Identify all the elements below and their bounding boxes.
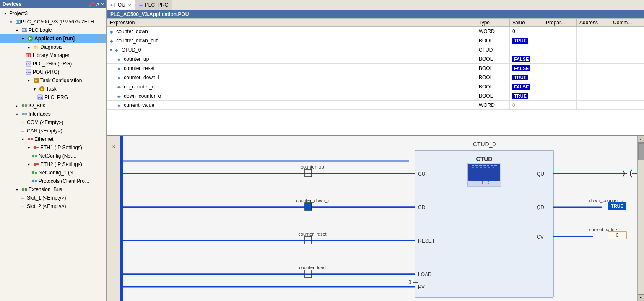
vertical-scrollbar[interactable]: ▲ ▼ [637, 136, 644, 301]
sidebar: Devices 📌 ⇗ ✕ ▾ Project3 ▾ PLC_AC500_V3 … [0, 0, 107, 301]
scroll-down-btn[interactable]: ▼ [638, 294, 644, 301]
scroll-thumb[interactable] [638, 143, 644, 160]
tree-item-task[interactable]: ▾ Task [0, 85, 106, 93]
tree-label-ethernet: Ethernet [34, 136, 53, 142]
prg-icon: PRG [25, 60, 32, 67]
svg-rect-64 [472, 167, 474, 168]
tree-item-pou[interactable]: POU POU (PRG) [0, 68, 106, 76]
svg-rect-42 [35, 180, 37, 182]
tab-plc-prg[interactable]: PRG PLC_PRG [135, 0, 172, 10]
sidebar-pin-icon[interactable]: 📌 [89, 2, 94, 7]
col-type: Type [476, 19, 510, 27]
sidebar-title: Devices [3, 1, 21, 7]
svg-text:TRUE: TRUE [611, 203, 623, 208]
tree-item-task-cfg[interactable]: ▾ Task Configuration [0, 76, 106, 85]
expr-name: counter_up [124, 56, 149, 62]
svg-point-37 [34, 163, 36, 166]
tree-item-ext-bus[interactable]: ▾ Extension_Bus [0, 185, 106, 194]
table-row: ◆ counter_down_i BOOL TRUE [107, 73, 644, 82]
netconfig1-icon [31, 169, 38, 176]
expand-plc-logic: ▾ [13, 27, 20, 34]
expr-name: counter_down_out [116, 38, 158, 44]
expr-name: CTUD_0 [122, 47, 141, 53]
tree-item-interfaces[interactable]: ▾ Interfaces [0, 110, 106, 118]
task-cfg-icon [33, 77, 39, 84]
tree-item-ethernet[interactable]: ▾ Ethernet [0, 135, 106, 143]
eth1-icon [33, 144, 39, 151]
tree-item-plc[interactable]: ▾ PLC_AC500_V3 (PM5675-2ETH [0, 18, 106, 26]
svg-text:PLC: PLC [22, 29, 27, 32]
tree-item-protocols[interactable]: Protocols (Client Pro… [0, 177, 106, 185]
table-row: ◆ counter_down WORD 0 [107, 27, 644, 36]
table-row: ◆ counter_reset BOOL FALSE [107, 64, 644, 73]
plc-prg-tab-icon: PRG [138, 3, 143, 8]
svg-text:RESET: RESET [418, 238, 435, 244]
slot2-icon: ↔ [19, 203, 26, 210]
sidebar-float-icon[interactable]: ⇗ [96, 2, 99, 7]
ladder-diagram: 3 CTUD_0 CTUD [107, 136, 644, 301]
tab-bar: + POU ✕ PRG PLC_PRG [107, 0, 644, 10]
tree-label-project: Project3 [9, 10, 28, 16]
tree-label-plc-prg2: PLC_PRG [44, 94, 68, 100]
expand-ctud-btn[interactable]: ▾ [110, 48, 112, 52]
tree-item-slot2[interactable]: ↔ Slot_2 (<Empty>) [0, 202, 106, 210]
tree-label-io-bus: IO_Bus [29, 103, 45, 109]
tree-item-diagnosis[interactable]: ▸ 📁 Diagnosis [0, 43, 106, 51]
expand-io: ▸ [13, 102, 20, 109]
tree-item-library[interactable]: Library Manager [0, 51, 106, 60]
tree-label-netconfig: NetConfig (Net… [39, 153, 77, 159]
table-row: ◆ up_counter_o BOOL FALSE [107, 82, 644, 91]
pou-tab-close[interactable]: ✕ [128, 3, 131, 8]
tree-item-plc-prg[interactable]: PRG PLC_PRG (PRG) [0, 60, 106, 68]
expand-app: ▾ [19, 35, 26, 42]
tree-label-slot2: Slot_2 (<Empty>) [27, 203, 66, 209]
tree-item-netconfig[interactable]: NetConfig (Net… [0, 152, 106, 160]
svg-rect-2 [16, 21, 17, 23]
svg-point-43 [22, 188, 24, 191]
expr-name: counter_reset [124, 65, 154, 71]
tree-item-eth2[interactable]: ▾ ETH2 (IP Settings) [0, 160, 106, 169]
svg-rect-65 [476, 167, 478, 168]
svg-point-39 [32, 171, 34, 174]
tree-item-can[interactable]: ↔ CAN (<Empty>) [0, 127, 106, 135]
svg-text:PRG: PRG [38, 96, 43, 99]
tree-item-eth1[interactable]: ▾ ETH1 (IP Settings) [0, 143, 106, 152]
var-icon: ◆ [117, 75, 121, 80]
scroll-up-btn[interactable]: ▲ [638, 136, 644, 143]
svg-rect-24 [25, 104, 27, 107]
svg-text:counter_down_i: counter_down_i [296, 198, 329, 203]
tree-item-application[interactable]: ▾ Application [run] [0, 34, 106, 43]
tree-item-netconfig1[interactable]: NetConfig_1 (N… [0, 169, 106, 177]
col-comment: Comm... [610, 19, 644, 27]
tree-label-can: CAN (<Empty>) [27, 128, 62, 134]
expr-name: counter_down_i [124, 75, 159, 80]
tree-label-ext-bus: Extension_Bus [29, 187, 62, 192]
ladder-area: 3 CTUD_0 CTUD [107, 136, 644, 301]
col-expression: Expression [107, 19, 476, 27]
tree-item-project[interactable]: ▾ Project3 [0, 9, 106, 18]
sidebar-controls: 📌 ⇗ ✕ [89, 2, 104, 7]
ethernet-icon [27, 136, 34, 143]
svg-rect-61 [487, 165, 489, 166]
svg-point-41 [32, 180, 34, 182]
sidebar-close-icon[interactable]: ✕ [101, 2, 104, 7]
svg-text:counter_load: counter_load [299, 265, 326, 270]
tree-item-plc-logic[interactable]: ▾ PLC PLC Logic [0, 26, 106, 34]
tree-item-io-bus[interactable]: ▸ IO_Bus [0, 101, 106, 110]
app-run-icon [27, 35, 34, 42]
var-icon: ◆ [115, 48, 118, 52]
svg-point-28 [25, 114, 26, 115]
table-row: ◆ current_value WORD 0 [107, 101, 644, 110]
svg-point-35 [32, 155, 34, 157]
tree-label-slot1: Slot_1 (<Empty>) [27, 195, 66, 201]
svg-point-18 [36, 80, 36, 81]
tree-item-slot1[interactable]: ↔ Slot_1 (<Empty>) [0, 194, 106, 202]
tree-label-task-cfg: Task Configuration [40, 78, 82, 83]
expr-name: counter_down [116, 29, 148, 34]
tree-item-plc-prg2[interactable]: PRG PLC_PRG [0, 93, 106, 101]
svg-rect-32 [32, 138, 32, 139]
tree-item-com[interactable]: ↔ COM (<Empty>) [0, 118, 106, 127]
sidebar-header: Devices 📌 ⇗ ✕ [0, 0, 106, 8]
tab-pou[interactable]: + POU ✕ [107, 0, 135, 10]
svg-text:PV: PV [418, 284, 425, 290]
